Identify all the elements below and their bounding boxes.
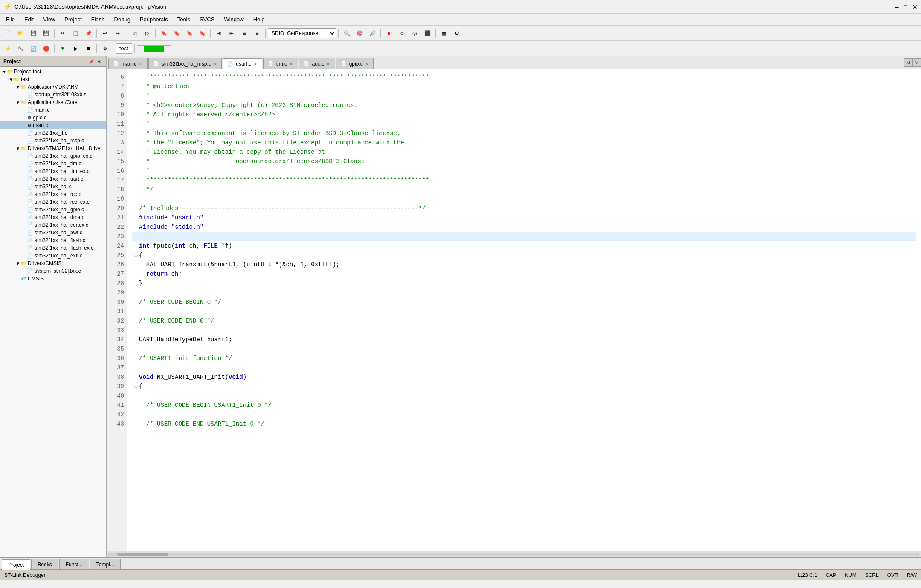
menu-item-edit[interactable]: Edit <box>20 15 38 24</box>
menu-item-flash[interactable]: Flash <box>87 15 109 24</box>
code-content[interactable]: ****************************************… <box>127 69 921 551</box>
save-all-button[interactable]: 💾 <box>40 28 52 39</box>
fold-indicator[interactable] <box>133 166 139 176</box>
tree-item[interactable]: 📄stm32f1xx_hal_gpio.c <box>0 206 106 213</box>
fold-indicator[interactable] <box>133 204 139 213</box>
project-panel-pin[interactable]: 📌 <box>88 58 95 65</box>
tree-item[interactable]: ▼📁Project: test <box>0 68 106 75</box>
fold-indicator[interactable] <box>133 185 139 194</box>
view-button[interactable]: ▦ <box>438 28 450 39</box>
fold-indicator[interactable] <box>133 269 139 279</box>
nav-fwd-button[interactable]: ▷ <box>141 28 153 39</box>
fold-indicator[interactable] <box>133 335 139 344</box>
tab-close-stm32f1xx_hal_msp.c[interactable]: × <box>214 61 216 66</box>
menu-item-project[interactable]: Project <box>60 15 86 24</box>
fold-indicator[interactable] <box>133 363 139 372</box>
tree-expand-icon[interactable]: ▼ <box>9 77 14 82</box>
tree-expand-icon[interactable]: ▼ <box>15 100 20 105</box>
fold-indicator[interactable] <box>133 72 139 82</box>
stop-debug-button[interactable]: ⏹ <box>82 43 94 54</box>
fold-indicator[interactable] <box>133 260 139 269</box>
fold-indicator[interactable]: □ <box>133 382 139 391</box>
stop-build-button[interactable]: 🛑 <box>40 43 52 54</box>
fold-indicator[interactable]: □ <box>133 251 139 260</box>
fold-indicator[interactable] <box>133 419 139 429</box>
editor-tab-usart-c[interactable]: 📄usart.c× <box>223 58 262 69</box>
tree-item[interactable]: 📄stm32f1xx_hal_tim_ex.c <box>0 167 106 175</box>
fold-indicator[interactable] <box>133 213 139 222</box>
tree-item[interactable]: 📄startup_stm32f103xb.s <box>0 91 106 98</box>
maximize-button[interactable]: □ <box>904 3 907 10</box>
fold-indicator[interactable] <box>133 129 139 138</box>
search-button[interactable]: 🔎 <box>366 28 378 39</box>
format2-button[interactable]: ≡ <box>251 28 263 39</box>
tab-close-tim.c[interactable]: × <box>290 61 292 66</box>
copy-button[interactable]: 📋 <box>70 28 81 39</box>
tree-expand-icon[interactable]: ▼ <box>15 146 20 151</box>
tree-item[interactable]: 📄stm32f1xx_hal_flash_ex.c <box>0 244 106 252</box>
tree-item[interactable]: 📄stm32f1xx_hal.c <box>0 183 106 190</box>
settings-button[interactable]: ⚙ <box>451 28 463 39</box>
redo-button[interactable]: ↪ <box>112 28 124 39</box>
tree-item[interactable]: ▼📁Drivers/STM32F1xx_HAL_Driver <box>0 144 106 152</box>
bottom-tab-funct[interactable]: Funct... <box>59 559 89 569</box>
start-debug-button[interactable]: ▶ <box>70 43 81 54</box>
fold-indicator[interactable] <box>133 91 139 101</box>
code-editor[interactable]: 6789101112131415161718192021222324252627… <box>107 69 921 551</box>
download-button[interactable]: ▼ <box>57 43 69 54</box>
function-dropdown[interactable]: SDIO_GetResponse <box>268 28 336 38</box>
open-button[interactable]: 📂 <box>14 28 26 39</box>
settings2-button[interactable]: ⚙ <box>99 43 111 54</box>
paste-button[interactable]: 📌 <box>82 28 94 39</box>
rebuild-button[interactable]: 🔄 <box>27 43 39 54</box>
tree-item[interactable]: 📄stm32f1xx_hal_rcc_ex.c <box>0 198 106 206</box>
tree-item[interactable]: 📄stm32f1xx_hal_cortex.c <box>0 221 106 229</box>
horizontal-scrollbar[interactable] <box>107 551 921 557</box>
tree-item[interactable]: 📄stm32f1xx_hal_pwr.c <box>0 229 106 236</box>
fold-indicator[interactable] <box>133 157 139 166</box>
menu-item-window[interactable]: Window <box>220 15 248 24</box>
tab-scroll-right[interactable]: ▷ <box>912 58 921 67</box>
editor-tab-main-c[interactable]: 📄main.c× <box>108 58 148 69</box>
bookmark-next-button[interactable]: 🔖 <box>171 28 182 39</box>
tree-item[interactable]: 📄stm32f1xx_it.c <box>0 129 106 137</box>
unindent-button[interactable]: ⇤ <box>226 28 237 39</box>
fold-indicator[interactable] <box>133 101 139 110</box>
menu-item-view[interactable]: View <box>39 15 59 24</box>
fold-indicator[interactable] <box>133 82 139 91</box>
project-panel-close[interactable]: ✕ <box>96 58 102 65</box>
undo-button[interactable]: ↩ <box>99 28 111 39</box>
fold-indicator[interactable] <box>133 232 139 241</box>
tab-close-gpio.c[interactable]: × <box>365 61 368 66</box>
menu-item-debug[interactable]: Debug <box>110 15 135 24</box>
fold-indicator[interactable] <box>133 288 139 297</box>
compile-button[interactable]: ⚡ <box>2 43 14 54</box>
title-bar-controls[interactable]: – □ ✕ <box>895 3 918 10</box>
editor-tab-adc-c[interactable]: 📄adc.c× <box>299 58 335 69</box>
fold-indicator[interactable] <box>133 326 139 335</box>
debug1-button[interactable]: ◎ <box>408 28 420 39</box>
fold-indicator[interactable] <box>133 297 139 307</box>
bottom-tab-templ[interactable]: Templ... <box>90 559 121 569</box>
target-button[interactable]: 🎯 <box>353 28 365 39</box>
browse-button[interactable]: 🔍 <box>341 28 353 39</box>
editor-tab-tim-c[interactable]: 📄tim.c× <box>263 58 298 69</box>
fold-indicator[interactable] <box>133 138 139 147</box>
tree-item[interactable]: 📄stm32f1xx_hal_dma.c <box>0 213 106 221</box>
fold-indicator[interactable] <box>133 401 139 410</box>
fold-indicator[interactable] <box>133 222 139 232</box>
nav-back-button[interactable]: ◁ <box>128 28 140 39</box>
menu-item-peripherals[interactable]: Peripherals <box>136 15 172 24</box>
tree-expand-icon[interactable]: ▼ <box>15 85 20 89</box>
tree-item[interactable]: 📄stm32f1xx_hal_tim.c <box>0 160 106 167</box>
fold-indicator[interactable] <box>133 316 139 326</box>
fold-indicator[interactable] <box>133 354 139 363</box>
tree-item[interactable]: 📄system_stm32f1xx.c <box>0 267 106 275</box>
tree-item[interactable]: 💎CMSIS <box>0 275 106 282</box>
bookmark-button[interactable]: 🔖 <box>158 28 170 39</box>
tree-item[interactable]: ▼📁Application/User/Core <box>0 98 106 106</box>
tree-item[interactable]: 📄stm32f1xx_hal_msp.c <box>0 137 106 144</box>
menu-item-svcs[interactable]: SVCS <box>195 15 219 24</box>
indent-button[interactable]: ⇥ <box>213 28 225 39</box>
minimize-button[interactable]: – <box>895 3 899 10</box>
